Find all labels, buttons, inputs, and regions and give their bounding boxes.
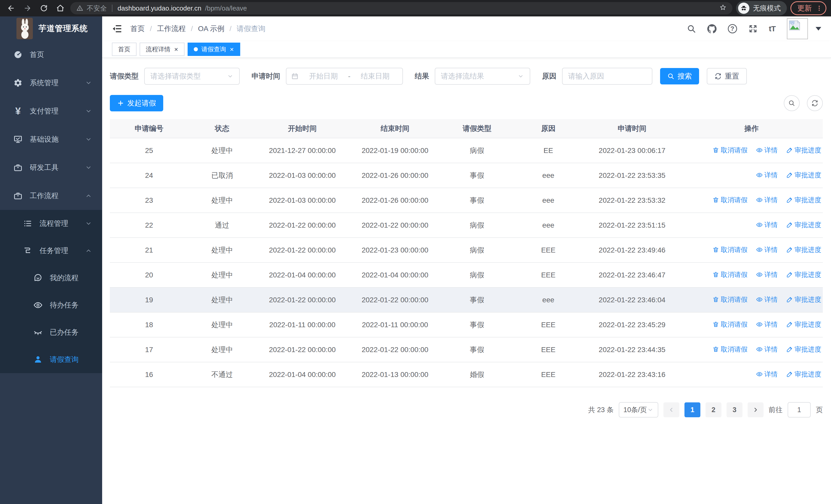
- goto-page-input[interactable]: [787, 402, 811, 417]
- sidebar-item-todo-tasks[interactable]: 待办任务: [0, 292, 102, 319]
- page-button-1[interactable]: 1: [684, 403, 700, 417]
- sidebar-item-task-mgmt[interactable]: 任务管理: [0, 237, 102, 264]
- detail-link[interactable]: 详情: [756, 220, 778, 230]
- cancel-leave-link[interactable]: 取消请假: [712, 320, 747, 329]
- approval-progress-link[interactable]: 审批进度: [786, 345, 821, 354]
- avatar[interactable]: [787, 18, 808, 39]
- search-icon: [788, 99, 795, 107]
- sidebar-item-done-tasks[interactable]: 已办任务: [0, 319, 102, 346]
- sidebar-item-payment[interactable]: ¥ 支付管理: [0, 97, 102, 125]
- address-bar[interactable]: 不安全 dashboard.yudao.iocoder.cn /bpm/oa/l…: [70, 2, 733, 14]
- table-toolbar: 发起请假: [110, 95, 823, 111]
- cell-id: 22: [110, 213, 189, 238]
- search-button[interactable]: 搜索: [660, 68, 699, 84]
- refresh-table-button[interactable]: [807, 95, 823, 111]
- detail-link[interactable]: 详情: [756, 171, 778, 180]
- approval-progress-link[interactable]: 审批进度: [786, 146, 821, 155]
- cell-apply-time: 2022-01-22 23:51:15: [584, 213, 680, 238]
- apply-time-range-picker[interactable]: 开始日期 - 结束日期: [286, 68, 403, 85]
- collapse-sidebar-icon[interactable]: [112, 24, 122, 34]
- approval-progress-link[interactable]: 审批进度: [786, 320, 821, 329]
- briefcase-icon: [13, 162, 23, 173]
- breadcrumb-item[interactable]: 首页: [131, 24, 145, 34]
- tab-home[interactable]: 首页: [112, 42, 137, 56]
- sidebar-item-leave-query[interactable]: 请假查询: [0, 346, 102, 373]
- table-row: 22 通过 2022-01-22 00:00:00 2022-01-22 00:…: [110, 213, 823, 238]
- back-icon[interactable]: [5, 2, 18, 14]
- detail-link[interactable]: 详情: [756, 370, 778, 379]
- update-button[interactable]: 更新: [791, 1, 826, 15]
- cell-reason: EEE: [513, 337, 584, 362]
- bookmark-star-icon[interactable]: [720, 4, 726, 12]
- toggle-search-button[interactable]: [784, 95, 800, 111]
- page-button-3[interactable]: 3: [726, 403, 742, 417]
- result-select[interactable]: 请选择流结果: [435, 68, 530, 85]
- browser-menu-icon[interactable]: [816, 5, 823, 11]
- approval-progress-link[interactable]: 审批进度: [786, 220, 821, 230]
- page-button-2[interactable]: 2: [706, 403, 721, 417]
- approval-progress-link[interactable]: 审批进度: [786, 370, 821, 379]
- cancel-leave-link[interactable]: 取消请假: [712, 295, 747, 304]
- approval-progress-link[interactable]: 审批进度: [786, 270, 821, 279]
- sidebar-item-devtools[interactable]: 研发工具: [0, 153, 102, 182]
- breadcrumb-item[interactable]: OA 示例: [198, 24, 225, 34]
- detail-link[interactable]: 详情: [756, 345, 778, 354]
- cancel-leave-link[interactable]: 取消请假: [712, 245, 747, 254]
- cancel-leave-link[interactable]: 取消请假: [712, 345, 747, 354]
- search-icon: [667, 72, 675, 80]
- leave-type-select[interactable]: 请选择请假类型: [144, 68, 240, 85]
- detail-link[interactable]: 详情: [756, 270, 778, 279]
- approval-progress-link[interactable]: 审批进度: [786, 196, 821, 205]
- cell-status: 处理中: [189, 312, 256, 337]
- fullscreen-icon[interactable]: [748, 24, 757, 33]
- eye-closed-icon: [33, 327, 43, 337]
- forward-icon[interactable]: [21, 2, 34, 14]
- refresh-icon: [811, 99, 819, 107]
- sidebar-item-workflow[interactable]: 工作流程: [0, 182, 102, 210]
- create-leave-button[interactable]: 发起请假: [110, 95, 163, 111]
- sidebar-item-my-process[interactable]: 我的流程: [0, 264, 102, 292]
- tab-leave-query[interactable]: 请假查询: [188, 42, 240, 56]
- app-title: 芋道管理系统: [38, 23, 88, 34]
- approval-progress-link[interactable]: 审批进度: [786, 171, 821, 180]
- help-icon[interactable]: ?: [728, 24, 737, 33]
- reason-input[interactable]: [562, 68, 652, 85]
- approval-progress-link[interactable]: 审批进度: [786, 245, 821, 254]
- tab-process-detail[interactable]: 流程详情: [140, 42, 184, 56]
- cancel-leave-link[interactable]: 取消请假: [712, 270, 747, 279]
- prev-page-button[interactable]: [663, 403, 679, 417]
- sidebar-item-home[interactable]: 首页: [0, 40, 102, 69]
- pen-icon: [786, 346, 793, 353]
- cell-end: 2022-01-26 00:00:00: [349, 163, 441, 188]
- font-size-icon[interactable]: tT: [769, 24, 776, 33]
- detail-link[interactable]: 详情: [756, 245, 778, 254]
- cell-apply-time: 2022-01-23 00:06:17: [584, 138, 680, 163]
- reset-button[interactable]: 重置: [707, 68, 747, 84]
- search-icon[interactable]: [687, 24, 696, 33]
- cell-start: 2022-01-22 00:00:00: [256, 337, 348, 362]
- reload-icon[interactable]: [37, 2, 50, 14]
- home-icon[interactable]: [54, 2, 67, 14]
- sidebar-item-infrastructure[interactable]: 基础设施: [0, 125, 102, 153]
- col-actions: 操作: [680, 119, 823, 138]
- sidebar-item-system[interactable]: 系统管理: [0, 69, 102, 97]
- close-icon[interactable]: [174, 46, 178, 53]
- leave-table: 申请编号 状态 开始时间 结束时间 请假类型 原因 申请时间 操作 25 处理中: [110, 119, 823, 387]
- detail-link[interactable]: 详情: [756, 295, 778, 304]
- cell-status: 已取消: [189, 163, 256, 188]
- sidebar-item-label: 研发工具: [30, 163, 58, 173]
- cancel-leave-link[interactable]: 取消请假: [712, 196, 747, 205]
- page-size-select[interactable]: 10条/页: [619, 402, 658, 417]
- security-label: 不安全: [87, 4, 107, 13]
- detail-link[interactable]: 详情: [756, 196, 778, 205]
- detail-link[interactable]: 详情: [756, 146, 778, 155]
- avatar-menu-caret-icon[interactable]: [815, 27, 821, 31]
- breadcrumb-item[interactable]: 工作流程: [157, 24, 186, 34]
- next-page-button[interactable]: [748, 403, 764, 417]
- approval-progress-link[interactable]: 审批进度: [786, 295, 821, 304]
- detail-link[interactable]: 详情: [756, 320, 778, 329]
- close-icon[interactable]: [230, 46, 234, 53]
- cancel-leave-link[interactable]: 取消请假: [712, 146, 747, 155]
- sidebar-item-process-mgmt[interactable]: 流程管理: [0, 210, 102, 237]
- github-icon[interactable]: [707, 24, 717, 33]
